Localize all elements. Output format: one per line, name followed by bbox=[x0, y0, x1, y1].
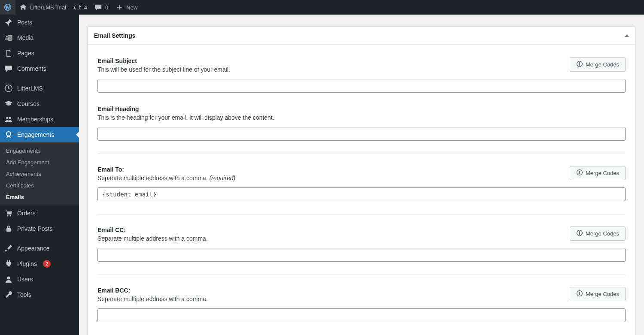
wordpress-icon bbox=[3, 3, 12, 12]
email-to-input[interactable] bbox=[97, 187, 626, 201]
merge-codes-label: Merge Codes bbox=[586, 291, 619, 297]
sidebar-item-pages[interactable]: Pages bbox=[0, 45, 79, 61]
merge-code-icon bbox=[576, 290, 583, 298]
new-content-label: New bbox=[126, 4, 137, 11]
comments-count: 0 bbox=[105, 4, 108, 11]
sidebar-item-lifterlms[interactable]: LifterLMS bbox=[0, 81, 79, 96]
merge-codes-button[interactable]: Merge Codes bbox=[570, 166, 626, 180]
cart-icon bbox=[4, 209, 13, 217]
sub-item-certificates[interactable]: Certificates bbox=[0, 180, 79, 191]
field-divider bbox=[97, 275, 626, 275]
field-email-bcc: Email BCC: Separate multiple address wit… bbox=[97, 287, 626, 322]
field-label: Email CC: bbox=[97, 226, 561, 233]
field-label: Email To: bbox=[97, 166, 561, 173]
user-icon bbox=[4, 275, 13, 284]
email-subject-input[interactable] bbox=[97, 79, 626, 93]
field-label: Email Subject bbox=[97, 57, 561, 64]
merge-code-icon bbox=[576, 169, 583, 177]
award-icon bbox=[4, 130, 13, 139]
wp-logo-menu[interactable] bbox=[0, 0, 15, 15]
updates-menu[interactable]: 4 bbox=[70, 0, 91, 15]
sidebar-item-courses[interactable]: Courses bbox=[0, 96, 79, 112]
lifterlms-icon bbox=[4, 84, 13, 93]
svg-point-9 bbox=[7, 277, 10, 280]
media-icon bbox=[4, 33, 13, 42]
sidebar-item-memberships[interactable]: Memberships bbox=[0, 112, 79, 127]
plugins-update-badge: 2 bbox=[43, 260, 51, 268]
sidebar-item-label: Private Posts bbox=[17, 225, 52, 232]
merge-codes-label: Merge Codes bbox=[586, 61, 619, 68]
svg-point-5 bbox=[6, 132, 11, 136]
svg-point-6 bbox=[7, 215, 9, 217]
comment-icon bbox=[4, 64, 13, 73]
engagements-submenu: Engagements Add Engagement Achievements … bbox=[0, 142, 79, 205]
sidebar-item-label: Orders bbox=[17, 210, 36, 217]
sidebar-item-comments[interactable]: Comments bbox=[0, 61, 79, 76]
sub-item-add-engagement[interactable]: Add Engagement bbox=[0, 157, 79, 168]
merge-codes-button[interactable]: Merge Codes bbox=[570, 57, 626, 72]
sidebar-item-tools[interactable]: Tools bbox=[0, 287, 79, 302]
merge-codes-label: Merge Codes bbox=[586, 230, 619, 237]
comment-bubble-icon bbox=[94, 3, 103, 12]
plug-icon bbox=[4, 260, 13, 268]
merge-codes-button[interactable]: Merge Codes bbox=[570, 287, 626, 301]
sidebar-item-label: LifterLMS bbox=[17, 85, 43, 92]
svg-rect-17 bbox=[579, 292, 580, 295]
email-cc-input[interactable] bbox=[97, 248, 626, 262]
admin-bar: LifterLMS Trial 4 0 New bbox=[0, 0, 644, 15]
sidebar-item-orders[interactable]: Orders bbox=[0, 205, 79, 221]
pin-icon bbox=[4, 18, 13, 27]
field-email-heading: Email Heading This is the heading for yo… bbox=[97, 106, 626, 141]
plus-icon bbox=[115, 3, 124, 12]
sidebar-item-label: Pages bbox=[17, 50, 34, 57]
merge-codes-button[interactable]: Merge Codes bbox=[570, 226, 626, 241]
panel-header: Email Settings bbox=[88, 27, 635, 45]
collapse-icon[interactable] bbox=[625, 34, 629, 37]
menu-separator bbox=[0, 76, 79, 81]
svg-rect-15 bbox=[579, 231, 580, 235]
menu-separator bbox=[0, 236, 79, 241]
sidebar-item-users[interactable]: Users bbox=[0, 272, 79, 287]
merge-codes-label: Merge Codes bbox=[586, 170, 619, 176]
wrench-icon bbox=[4, 290, 13, 299]
sidebar-item-label: Courses bbox=[17, 100, 39, 107]
field-description: Separate multiple address with a comma. … bbox=[97, 175, 561, 181]
sidebar-item-label: Posts bbox=[17, 19, 32, 26]
pages-icon bbox=[4, 49, 13, 57]
new-content-menu[interactable]: New bbox=[112, 0, 141, 15]
updates-count: 4 bbox=[84, 4, 87, 11]
svg-rect-13 bbox=[579, 171, 580, 174]
sub-item-emails[interactable]: Emails bbox=[0, 191, 79, 203]
svg-point-4 bbox=[9, 117, 11, 119]
sidebar-item-private-posts[interactable]: Private Posts bbox=[0, 221, 79, 236]
comments-menu[interactable]: 0 bbox=[91, 0, 112, 15]
home-icon bbox=[19, 3, 27, 12]
field-description: This is the heading for your email. It w… bbox=[97, 114, 626, 121]
sidebar-item-posts[interactable]: Posts bbox=[0, 15, 79, 30]
sidebar-item-appearance[interactable]: Appearance bbox=[0, 241, 79, 256]
email-bcc-input[interactable] bbox=[97, 308, 626, 322]
sidebar-item-label: Media bbox=[17, 34, 33, 41]
sidebar-item-engagements[interactable]: Engagements bbox=[0, 127, 79, 142]
site-name-menu[interactable]: LifterLMS Trial bbox=[15, 0, 70, 15]
main-content: Email Settings Email Subject This will b… bbox=[79, 15, 644, 335]
sidebar-item-label: Memberships bbox=[17, 116, 53, 123]
field-email-subject: Email Subject This will be used for the … bbox=[97, 57, 626, 93]
refresh-icon bbox=[73, 3, 82, 12]
svg-rect-8 bbox=[6, 228, 11, 232]
graduation-cap-icon bbox=[4, 100, 13, 108]
email-heading-input[interactable] bbox=[97, 127, 626, 141]
admin-sidebar: Posts Media Pages Comments LifterLMS Cou… bbox=[0, 15, 79, 335]
sub-item-engagements[interactable]: Engagements bbox=[0, 145, 79, 157]
brush-icon bbox=[4, 244, 13, 253]
svg-point-0 bbox=[6, 36, 8, 37]
sidebar-item-media[interactable]: Media bbox=[0, 30, 79, 45]
field-description: This will be used for the subject line o… bbox=[97, 66, 561, 73]
field-divider bbox=[97, 154, 626, 154]
merge-code-icon bbox=[576, 229, 583, 238]
site-name-label: LifterLMS Trial bbox=[30, 4, 66, 11]
svg-point-7 bbox=[10, 215, 11, 217]
sidebar-item-plugins[interactable]: Plugins 2 bbox=[0, 256, 79, 272]
sub-item-achievements[interactable]: Achievements bbox=[0, 168, 79, 180]
group-icon bbox=[4, 115, 13, 124]
